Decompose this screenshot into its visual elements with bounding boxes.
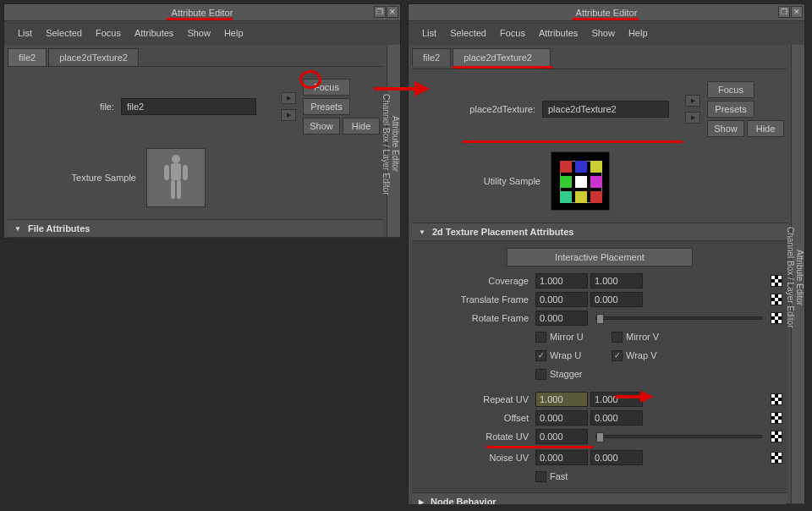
menu-selected[interactable]: Selected: [41, 26, 87, 40]
offset-v-field[interactable]: [590, 410, 643, 426]
section-file-attributes[interactable]: ▼ File Attributes: [8, 219, 383, 238]
menu-selected[interactable]: Selected: [445, 26, 491, 40]
node-name-field[interactable]: [121, 98, 256, 115]
menu-attributes[interactable]: Attributes: [129, 26, 178, 40]
texture-sample-label: Texture Sample: [11, 173, 146, 183]
wrap-u-checkbox[interactable]: [535, 350, 546, 361]
noise-u-field[interactable]: [535, 450, 588, 465]
repeat-v-field[interactable]: [590, 392, 643, 407]
attr-rotate-frame: Rotate Frame: [417, 309, 782, 327]
stagger-checkbox[interactable]: [535, 369, 546, 380]
menu-show[interactable]: Show: [182, 26, 216, 40]
node-type-label: file:: [11, 102, 121, 112]
sidebar-attribute-editor[interactable]: Attribute Editor: [391, 52, 400, 238]
translate-frame-label: Translate Frame: [417, 294, 535, 305]
svg-point-0: [172, 155, 180, 163]
section-2d-texture-placement[interactable]: ▼ 2d Texture Placement Attributes: [412, 223, 787, 241]
mirror-v-label: Mirror V: [626, 332, 659, 342]
section-node-behavior[interactable]: ▶ Node Behavior: [412, 492, 787, 504]
coverage-v-field[interactable]: [590, 273, 643, 288]
repeat-map-button[interactable]: [771, 393, 782, 405]
downstream-icon[interactable]: [281, 109, 296, 121]
window-title: Attribute Editor: [576, 8, 638, 18]
coverage-u-field[interactable]: [535, 273, 588, 288]
focus-button[interactable]: Focus: [303, 79, 350, 96]
presets-button[interactable]: Presets: [707, 101, 754, 118]
rotate-frame-field[interactable]: [535, 310, 588, 326]
tab-place2dtexture2[interactable]: place2dTexture2: [453, 48, 551, 66]
translate-v-field[interactable]: [590, 292, 643, 307]
upstream-icon[interactable]: [281, 92, 296, 104]
tabs: file2 place2dTexture2: [412, 48, 787, 69]
noise-uv-label: Noise UV: [417, 453, 535, 463]
rotate-frame-slider[interactable]: [595, 316, 762, 320]
rotate-uv-field[interactable]: [535, 429, 588, 444]
hide-button[interactable]: Hide: [343, 118, 380, 135]
texture-sample-swatch[interactable]: [146, 148, 206, 207]
offset-map-button[interactable]: [771, 412, 782, 424]
coverage-label: Coverage: [417, 276, 535, 286]
menu-list[interactable]: List: [417, 26, 442, 40]
menu-help[interactable]: Help: [219, 26, 249, 40]
disclosure-triangle-icon: ▼: [14, 225, 21, 233]
wrap-v-checkbox[interactable]: [612, 350, 623, 361]
disclosure-triangle-icon: ▼: [419, 228, 425, 236]
utility-sample-swatch[interactable]: [551, 151, 610, 211]
noise-v-field[interactable]: [590, 450, 643, 465]
tab-file2[interactable]: file2: [412, 48, 451, 66]
menu-show[interactable]: Show: [586, 26, 620, 40]
attr-stagger-row: Stagger: [417, 365, 782, 383]
hide-button[interactable]: Hide: [747, 120, 784, 137]
attr-coverage: Coverage: [417, 272, 782, 290]
mirror-u-checkbox[interactable]: [535, 332, 546, 343]
repeat-u-field[interactable]: [535, 392, 588, 407]
rotate-frame-label: Rotate Frame: [417, 313, 535, 323]
svg-rect-5: [177, 180, 181, 199]
utility-sample-label: Utility Sample: [415, 176, 551, 186]
utility-sample-row: Utility Sample: [412, 143, 787, 223]
titlebar: Attribute Editor ❐ ✕: [409, 4, 804, 21]
menu-attributes[interactable]: Attributes: [534, 26, 583, 40]
show-button[interactable]: Show: [303, 118, 340, 135]
tabs: file2 place2dTexture2: [8, 48, 383, 67]
window-close-button[interactable]: ✕: [387, 6, 398, 18]
menu-focus[interactable]: Focus: [91, 26, 126, 40]
presets-button[interactable]: Presets: [303, 98, 350, 115]
menu-focus[interactable]: Focus: [495, 26, 530, 40]
mirror-u-label: Mirror U: [550, 332, 584, 342]
window-close-button[interactable]: ✕: [791, 6, 803, 18]
interactive-placement-button[interactable]: Interactive Placement: [507, 248, 693, 266]
section-title: Node Behavior: [431, 497, 497, 504]
menu-help[interactable]: Help: [623, 26, 653, 40]
translate-u-field[interactable]: [535, 292, 588, 307]
fast-checkbox[interactable]: [535, 471, 546, 482]
offset-label: Offset: [417, 413, 535, 423]
placement-attributes-block: Interactive Placement Coverage Translate…: [412, 241, 787, 492]
sidebar-attribute-editor[interactable]: Attribute Editor: [795, 52, 804, 504]
mirror-v-checkbox[interactable]: [612, 332, 623, 343]
node-name-field[interactable]: [542, 101, 669, 118]
window-restore-button[interactable]: ❐: [374, 6, 386, 18]
tab-place2dtexture2[interactable]: place2dTexture2: [48, 48, 139, 66]
focus-button[interactable]: Focus: [707, 81, 754, 98]
show-button[interactable]: Show: [707, 120, 744, 137]
section-title: 2d Texture Placement Attributes: [432, 227, 574, 237]
annotation-underline: [167, 18, 233, 20]
downstream-icon[interactable]: [685, 112, 700, 124]
attr-mirror-row: Mirror U Mirror V: [417, 327, 782, 346]
rotate-uv-slider[interactable]: [595, 435, 762, 438]
rotate-frame-map-button[interactable]: [771, 312, 782, 324]
attr-offset: Offset: [417, 409, 782, 427]
offset-u-field[interactable]: [535, 410, 588, 426]
upstream-icon[interactable]: [685, 95, 700, 107]
section-title: File Attributes: [28, 223, 91, 234]
translate-map-button[interactable]: [771, 294, 782, 305]
window-restore-button[interactable]: ❐: [778, 6, 790, 18]
menu-list[interactable]: List: [13, 26, 37, 40]
noise-map-button[interactable]: [771, 452, 782, 464]
tab-file2[interactable]: file2: [8, 48, 47, 66]
coverage-map-button[interactable]: [771, 275, 782, 287]
node-name-row: file: Focus Presets Show Hide: [8, 67, 383, 140]
titlebar: Attribute Editor ❐ ✕: [4, 4, 400, 21]
rotate-uv-map-button[interactable]: [771, 431, 782, 442]
